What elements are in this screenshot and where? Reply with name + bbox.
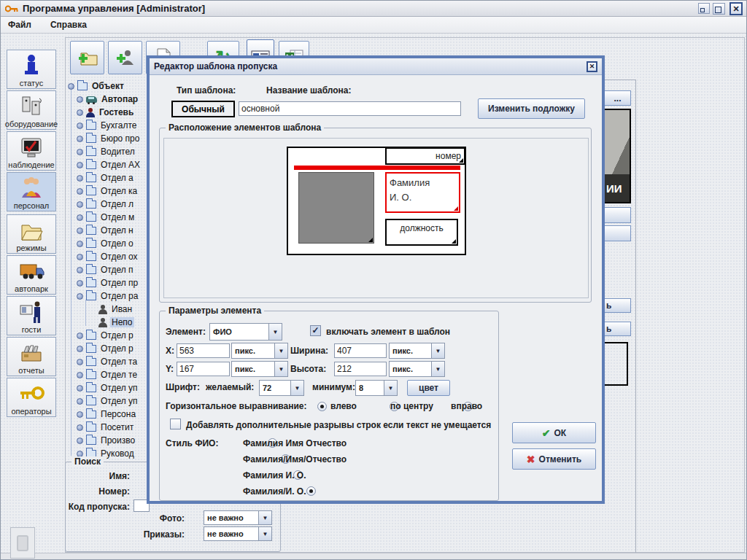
chevron-down-icon[interactable]: ▼ [274,343,287,358]
resize-grip[interactable] [452,239,456,244]
ok-button[interactable]: ✔ ОК [512,422,596,443]
tree-toggle-icon[interactable] [77,175,83,182]
tree-item[interactable]: Отдел р [77,329,135,342]
height-units-select[interactable]: пикс.▼ [389,361,445,377]
tree-item[interactable]: Произво [77,434,136,447]
search-photo-select[interactable]: не важно▼ [204,510,272,525]
photo-action-button-1[interactable] [605,207,631,223]
sidebar-item-guests[interactable]: гости [7,296,56,335]
chevron-down-icon[interactable]: ▼ [274,362,287,376]
tree-item[interactable]: Отдел пр [77,276,139,289]
tree-item[interactable]: Отдел р [77,342,135,355]
template-type-value[interactable]: Обычный [171,101,235,117]
sidebar-item-personnel[interactable]: персонал [7,172,56,211]
search-orders-select[interactable]: не важно▼ [204,526,272,541]
maximize-button[interactable] [713,3,725,15]
tree-toggle-icon[interactable] [77,188,83,195]
tree-item-person[interactable]: Иван [98,303,133,316]
wrap-lines-checkbox[interactable] [170,419,181,429]
sidebar-item-vehicles[interactable]: автопарк [7,255,56,295]
chevron-down-icon[interactable]: ▼ [431,343,444,358]
include-element-checkbox[interactable]: ✓ [310,325,321,336]
font-desired-select[interactable]: 72▼ [259,380,304,396]
resize-grip[interactable] [454,206,458,211]
chevron-down-icon[interactable]: ▼ [431,362,444,376]
add-person-button[interactable] [108,41,142,74]
tree-item[interactable]: Отдел ка [77,184,139,198]
minimize-button[interactable] [698,3,710,14]
tree-item-expanded[interactable]: Отдел ра [77,289,139,303]
sidebar-item-operators[interactable]: операторы [7,378,56,417]
tree-item[interactable]: Отдел уп [77,394,139,408]
tree-toggle-icon[interactable] [77,385,83,392]
preview-fio-box-selected[interactable]: Фамилия И. О. [385,172,460,213]
tree-item[interactable]: Отдел н [77,224,135,237]
tree-item[interactable]: Персона [77,408,137,421]
menu-file[interactable]: Файл [8,20,31,30]
tree-toggle-icon[interactable] [77,372,83,378]
sidebar-item-monitoring[interactable]: наблюдение [7,131,56,171]
tree-toggle-icon[interactable] [68,83,74,90]
tree-item[interactable]: Бухгалте [77,119,138,132]
dialog-close-button[interactable]: ✕ [587,61,597,72]
more-button[interactable]: ... [605,90,631,106]
tree-toggle-icon[interactable] [77,122,83,129]
width-units-select[interactable]: пикс.▼ [389,343,445,359]
resize-grip[interactable] [459,158,463,163]
font-min-select[interactable]: 8▼ [355,380,398,396]
template-preview-card[interactable]: номер Фамилия И. О. должность [287,147,466,255]
tree-toggle-icon[interactable] [77,136,83,142]
sidebar-item-modes[interactable]: режимы [7,214,56,254]
tree-toggle-icon[interactable] [77,96,83,103]
tree-item[interactable]: Бюро про [77,132,141,145]
tree-toggle-icon[interactable] [77,228,83,234]
x-units-select[interactable]: пикс.▼ [231,343,288,359]
tree-item[interactable]: Отдел те [77,368,139,381]
close-button[interactable]: ✕ [729,2,743,15]
chevron-down-icon[interactable]: ▼ [384,381,397,395]
tree-toggle-icon[interactable] [77,254,83,260]
cut-button-2[interactable]: ь [605,322,631,336]
tree-toggle-icon[interactable] [77,293,83,300]
color-button[interactable]: цвет [407,380,450,396]
chevron-down-icon[interactable]: ▼ [268,324,282,340]
tree-item[interactable]: Отдел АХ [77,158,142,171]
tree-toggle-icon[interactable] [77,214,83,221]
tree-item[interactable]: Отдел ох [77,250,139,263]
tree-item[interactable]: Автопар [77,93,139,106]
tree-toggle-icon[interactable] [77,438,83,444]
add-department-button[interactable] [70,41,104,74]
tree-toggle-icon[interactable] [77,332,83,339]
y-input[interactable] [177,362,230,376]
sidebar-item-status[interactable]: статус [7,50,56,89]
tree-item[interactable]: Отдел м [77,211,136,224]
tree-toggle-icon[interactable] [77,398,83,405]
tree-item[interactable]: Отдел уп [77,381,139,394]
tree-toggle-icon[interactable] [77,280,83,287]
tree-item-person-selected[interactable]: Непо [98,316,134,329]
tree-toggle-icon[interactable] [77,201,83,208]
cut-button-1[interactable]: ь [605,298,631,313]
menu-help[interactable]: Справка [50,20,87,30]
preview-number-box[interactable]: номер [385,147,465,165]
sidebar-item-reports[interactable]: отчеты [7,337,56,376]
tree-item[interactable]: Отдел а [77,171,135,184]
tree-item[interactable]: Отдел л [77,198,135,211]
sidebar-item-equipment[interactable]: оборудование [7,90,56,130]
height-input[interactable] [334,362,387,376]
x-input[interactable] [177,343,230,358]
preview-photo-placeholder[interactable] [298,172,374,244]
tree-toggle-icon[interactable] [77,241,83,247]
y-units-select[interactable]: пикс.▼ [231,361,288,377]
template-name-input[interactable] [239,101,461,116]
tree-item[interactable]: Гостевь [77,106,135,119]
chevron-down-icon[interactable]: ▼ [258,527,271,540]
width-input[interactable] [334,343,387,358]
cancel-button[interactable]: ✖ Отменить [512,448,596,470]
tree-item[interactable]: Отдел о [77,237,135,250]
preview-red-line[interactable] [294,166,460,170]
tree-item[interactable]: Посетит [77,421,135,434]
tree-toggle-icon[interactable] [77,424,83,431]
chevron-down-icon[interactable]: ▼ [258,511,271,524]
chevron-down-icon[interactable]: ▼ [290,381,303,395]
